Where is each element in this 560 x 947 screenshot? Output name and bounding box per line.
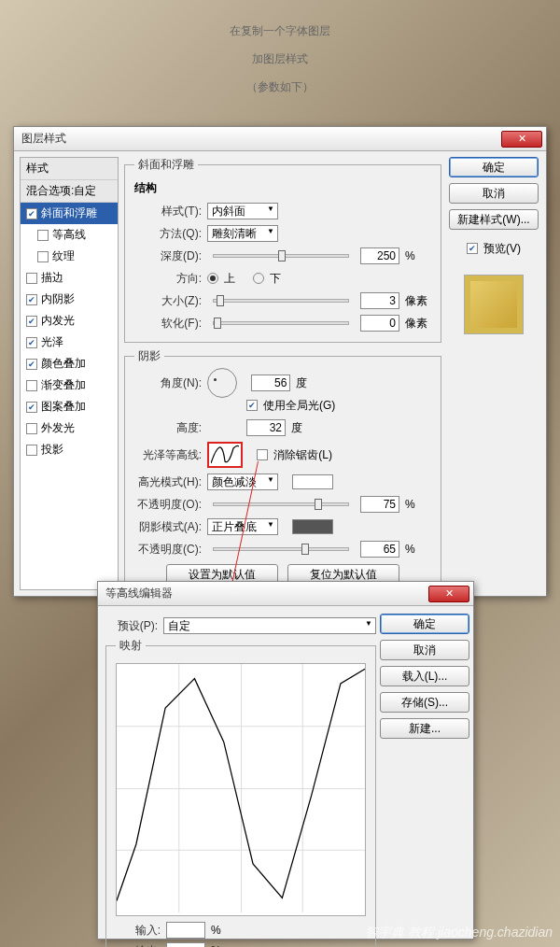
mapping-legend: 映射 [116, 638, 146, 654]
angle-dial[interactable] [207, 368, 237, 398]
highlight-opacity-label: 不透明度(O): [134, 497, 202, 513]
depth-slider[interactable] [213, 254, 349, 258]
cancel-button[interactable]: 取消 [380, 640, 469, 660]
shading-legend: 阴影 [134, 348, 164, 364]
dir-down-radio[interactable] [253, 273, 264, 284]
checkbox-icon[interactable] [26, 423, 37, 434]
struct-label: 结构 [134, 180, 431, 196]
shadow-color-swatch[interactable] [292, 519, 333, 534]
soften-label: 软化(F): [134, 316, 202, 332]
ok-button[interactable]: 确定 [380, 614, 469, 634]
load-button[interactable]: 载入(L)... [380, 666, 469, 686]
contour-graph[interactable] [116, 663, 366, 916]
highlight-opacity-slider[interactable] [213, 502, 349, 506]
deg-unit2: 度 [291, 420, 317, 436]
checkbox-icon[interactable]: ✔ [26, 337, 37, 348]
style-item-内阴影[interactable]: ✔内阴影 [21, 289, 118, 310]
preset-select[interactable]: 自定 [163, 617, 376, 634]
style-item-投影[interactable]: 投影 [21, 439, 118, 460]
style-item-label: 颜色叠加 [41, 356, 86, 372]
pct-unit: % [405, 249, 431, 262]
soften-input[interactable] [360, 315, 399, 332]
checkbox-icon[interactable]: ✔ [26, 294, 37, 305]
altitude-input[interactable] [246, 419, 286, 436]
style-item-label: 描边 [41, 270, 63, 286]
bevel-legend: 斜面和浮雕 [134, 157, 198, 173]
checkbox-icon[interactable]: ✔ [26, 402, 37, 413]
new-style-button[interactable]: 新建样式(W)... [449, 209, 539, 230]
highlight-color-swatch[interactable] [292, 474, 333, 489]
style-item-label: 纹理 [52, 248, 75, 264]
style-item-渐变叠加[interactable]: 渐变叠加 [21, 375, 118, 396]
style-item-内发光[interactable]: ✔内发光 [21, 310, 118, 332]
direction-label: 方向: [134, 271, 202, 287]
gloss-contour-picker[interactable] [207, 442, 243, 468]
ok-button[interactable]: 确定 [449, 157, 539, 177]
angle-input[interactable] [251, 375, 290, 391]
output-field[interactable] [166, 942, 205, 947]
style-item-图案叠加[interactable]: ✔图案叠加 [21, 396, 118, 417]
px-unit2: 像素 [405, 316, 431, 332]
new-button[interactable]: 新建... [380, 718, 469, 739]
checkbox-icon[interactable] [26, 445, 37, 456]
dir-up-radio[interactable] [207, 273, 218, 284]
preview-label: 预览(V) [483, 241, 521, 257]
titlebar[interactable]: 图层样式 ✕ [14, 127, 546, 151]
style-item-label: 斜面和浮雕 [41, 205, 97, 221]
save-button[interactable]: 存储(S)... [380, 692, 469, 713]
style-item-label: 光泽 [41, 334, 63, 350]
style-item-颜色叠加[interactable]: ✔颜色叠加 [21, 353, 118, 375]
checkbox-icon[interactable]: ✔ [26, 359, 37, 370]
soften-slider[interactable] [213, 321, 349, 325]
style-item-label: 外发光 [41, 420, 75, 436]
shadow-mode-select[interactable]: 正片叠底 [207, 518, 278, 535]
titlebar[interactable]: 等高线编辑器 ✕ [98, 582, 473, 606]
px-unit: 像素 [405, 293, 431, 309]
input-field[interactable] [166, 922, 205, 939]
instruction-line2: 加图层样式 [0, 45, 560, 73]
watermark: 智宇典 教程 jiaocheng.chazidian [365, 925, 553, 941]
size-input[interactable] [360, 292, 399, 309]
blend-header[interactable]: 混合选项:自定 [21, 180, 118, 203]
checkbox-icon[interactable]: ✔ [26, 316, 37, 327]
global-light-check[interactable]: ✔ [246, 400, 258, 411]
shadow-opacity-label: 不透明度(C): [134, 542, 202, 558]
checkbox-icon[interactable] [37, 230, 49, 241]
technique-select[interactable]: 雕刻清晰 [207, 225, 278, 242]
style-item-斜面和浮雕[interactable]: ✔斜面和浮雕 [21, 203, 118, 224]
gloss-label: 光泽等高线: [134, 447, 202, 463]
style-select[interactable]: 内斜面 [207, 203, 278, 219]
style-item-等高线[interactable]: 等高线 [21, 224, 118, 246]
preview-check[interactable]: ✔ [467, 243, 478, 254]
style-item-label: 渐变叠加 [41, 377, 86, 393]
style-item-label: 投影 [41, 442, 63, 458]
checkbox-icon[interactable] [37, 251, 49, 262]
input-label: 输入: [116, 923, 161, 939]
style-item-label: 内发光 [41, 313, 75, 329]
checkbox-icon[interactable] [26, 273, 37, 284]
mapping-group: 映射 输入:% 输出:% [105, 638, 376, 947]
close-icon[interactable]: ✕ [501, 131, 542, 148]
style-item-label: 等高线 [52, 227, 86, 243]
style-item-光泽[interactable]: ✔光泽 [21, 332, 118, 353]
close-icon[interactable]: ✕ [428, 586, 469, 602]
cancel-button[interactable]: 取消 [449, 183, 539, 204]
output-label: 输出: [116, 943, 161, 948]
checkbox-icon[interactable] [26, 380, 37, 391]
styles-header[interactable]: 样式 [21, 158, 118, 180]
highlight-opacity-input[interactable] [360, 496, 399, 513]
antialias-check[interactable] [257, 449, 268, 460]
style-item-描边[interactable]: 描边 [21, 267, 118, 289]
depth-input[interactable] [360, 247, 399, 264]
highlight-mode-select[interactable]: 颜色减淡 [207, 474, 278, 490]
shadow-opacity-input[interactable] [360, 541, 399, 558]
size-slider[interactable] [213, 299, 349, 303]
shadow-opacity-slider[interactable] [213, 547, 349, 551]
style-item-外发光[interactable]: 外发光 [21, 417, 118, 439]
style-list: 样式 混合选项:自定 ✔斜面和浮雕等高线纹理描边✔内阴影✔内发光✔光泽✔颜色叠加… [20, 157, 119, 590]
checkbox-icon[interactable]: ✔ [26, 208, 37, 219]
style-item-纹理[interactable]: 纹理 [21, 246, 118, 267]
dir-down-label: 下 [270, 271, 281, 287]
size-label: 大小(Z): [134, 293, 202, 309]
layer-style-dialog: 图层样式 ✕ 样式 混合选项:自定 ✔斜面和浮雕等高线纹理描边✔内阴影✔内发光✔… [13, 126, 547, 597]
